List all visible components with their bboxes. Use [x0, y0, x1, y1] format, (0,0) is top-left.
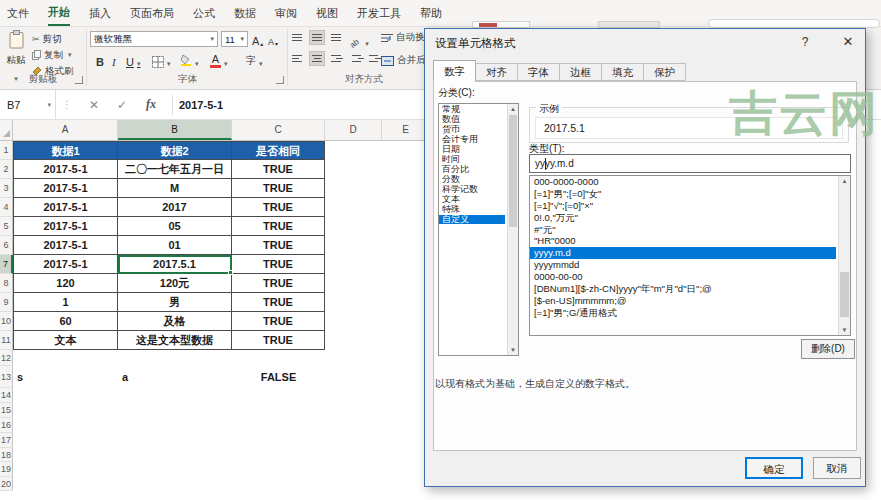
column-header-C[interactable]: C — [232, 120, 325, 140]
row-header-8[interactable]: 8 — [0, 274, 13, 293]
underline-button[interactable]: U▾ — [126, 51, 140, 68]
cut-button[interactable]: ✂ 剪切 — [32, 32, 62, 46]
cell-A10[interactable]: 60 — [13, 312, 118, 331]
column-header-A[interactable]: A — [13, 120, 118, 140]
row-header-12[interactable]: 12 — [0, 350, 13, 366]
dialog-tab-3[interactable]: 边框 — [560, 63, 602, 81]
row-header-9[interactable]: 9 — [0, 293, 13, 312]
dialog-tab-1[interactable]: 对齐 — [476, 63, 518, 81]
cell-A11[interactable]: 文本 — [13, 331, 118, 350]
font-dialog-launcher[interactable] — [276, 76, 284, 84]
cell-A13[interactable]: s — [13, 366, 118, 388]
ribbon-tab-1[interactable]: 开始 — [48, 0, 70, 26]
copy-button[interactable]: 复制 ▾ — [32, 48, 72, 62]
cell-B4[interactable]: 2017 — [118, 198, 232, 217]
type-item-1[interactable]: [=1]"男";[=0]"女" — [530, 188, 836, 200]
name-box-dropdown-icon[interactable]: ▾ — [47, 101, 51, 109]
row-header-16[interactable]: 16 — [0, 418, 13, 433]
cell-A3[interactable]: 2017-5-1 — [13, 179, 118, 198]
phonetic-guide-button[interactable]: 字 ▾ — [246, 51, 263, 68]
dialog-tab-5[interactable]: 保护 — [644, 63, 686, 81]
cell-A6[interactable]: 2017-5-1 — [13, 236, 118, 255]
scroll-down-icon[interactable]: ▼ — [508, 345, 518, 355]
dialog-tab-0[interactable]: 数字 — [433, 60, 476, 82]
align-right-icon[interactable] — [329, 51, 345, 66]
cell-B3[interactable]: M — [118, 179, 232, 198]
type-item-7[interactable]: yyyymmdd — [530, 259, 836, 271]
cancel-button[interactable]: 取消 — [813, 457, 861, 479]
scrollbar-thumb[interactable] — [840, 272, 849, 317]
font-name-combobox[interactable]: 微软雅黑 ▾ — [90, 31, 218, 47]
cell-B11[interactable]: 这是文本型数据 — [118, 331, 232, 350]
dialog-tab-2[interactable]: 字体 — [518, 63, 560, 81]
cell-A8[interactable]: 120 — [13, 274, 118, 293]
cell-B5[interactable]: 05 — [118, 217, 232, 236]
row-header-6[interactable]: 6 — [0, 236, 13, 255]
category-item-10[interactable]: 特殊 — [439, 205, 505, 215]
ribbon-tab-7[interactable]: 视图 — [316, 1, 338, 25]
category-item-1[interactable]: 数值 — [439, 115, 505, 125]
scroll-down-icon[interactable]: ▼ — [839, 325, 850, 335]
column-header-D[interactable]: D — [325, 120, 382, 140]
cell-A1[interactable]: 数据1 — [13, 141, 118, 160]
category-item-7[interactable]: 分数 — [439, 175, 505, 185]
category-list[interactable]: ▲ ▼ 常规数值货币会计专用日期时间百分比分数科学记数文本特殊自定义 — [438, 103, 519, 356]
type-item-4[interactable]: #"元" — [530, 224, 836, 236]
type-item-5[interactable]: "HR"0000 — [530, 235, 836, 247]
decrease-indent-icon[interactable] — [350, 51, 366, 66]
cell-C9[interactable]: TRUE — [232, 293, 325, 312]
row-header-3[interactable]: 3 — [0, 179, 13, 198]
cell-C5[interactable]: TRUE — [232, 217, 325, 236]
align-top-icon[interactable] — [290, 30, 306, 45]
fill-color-button[interactable]: ▾ — [180, 51, 199, 68]
row-header-18[interactable]: 18 — [0, 448, 13, 462]
cell-A9[interactable]: 1 — [13, 293, 118, 312]
grow-font-button[interactable]: A▴ — [252, 30, 263, 47]
type-list-scrollbar[interactable]: ▲ ▼ — [838, 176, 850, 335]
cell-C3[interactable]: TRUE — [232, 179, 325, 198]
row-header-1[interactable]: 1 — [0, 141, 13, 160]
row-header-15[interactable]: 15 — [0, 403, 13, 418]
cell-B7[interactable]: 2017.5.1 — [118, 255, 232, 274]
category-item-6[interactable]: 百分比 — [439, 165, 505, 175]
column-header-E[interactable]: E — [382, 120, 430, 140]
cell-B6[interactable]: 01 — [118, 236, 232, 255]
row-header-19[interactable]: 19 — [0, 462, 13, 477]
cell-B1[interactable]: 数据2 — [118, 141, 232, 160]
type-item-8[interactable]: 0000-00-00 — [530, 271, 836, 283]
row-header-4[interactable]: 4 — [0, 198, 13, 217]
cell-B10[interactable]: 及格 — [118, 312, 232, 331]
delete-button[interactable]: 删除(D) — [801, 339, 855, 359]
scroll-up-icon[interactable]: ▲ — [508, 104, 518, 114]
cancel-entry-icon[interactable]: ✕ — [80, 98, 108, 112]
paste-button[interactable]: 粘贴 ▾ — [3, 30, 29, 78]
category-item-0[interactable]: 常规 — [439, 105, 505, 115]
cell-B13[interactable]: a — [118, 366, 232, 388]
cell-C6[interactable]: TRUE — [232, 236, 325, 255]
category-item-3[interactable]: 会计专用 — [439, 135, 505, 145]
dialog-tab-4[interactable]: 填充 — [602, 63, 644, 81]
cell-C11[interactable]: TRUE — [232, 331, 325, 350]
shrink-font-button[interactable]: A▾ — [268, 30, 278, 47]
confirm-entry-icon[interactable]: ✓ — [108, 98, 136, 112]
row-header-2[interactable]: 2 — [0, 160, 13, 179]
font-color-button[interactable]: A ▾ — [210, 51, 228, 68]
cell-C1[interactable]: 是否相同 — [232, 141, 325, 160]
type-item-3[interactable]: 0!.0,"万元" — [530, 212, 836, 224]
ok-button[interactable]: 确定 — [745, 457, 803, 479]
category-item-8[interactable]: 科学记数 — [439, 185, 505, 195]
ribbon-tab-0[interactable]: 文件 — [7, 1, 29, 25]
name-box[interactable]: B7 ▾ — [0, 90, 56, 119]
category-item-11[interactable]: 自定义 — [439, 215, 505, 225]
row-header-17[interactable]: 17 — [0, 433, 13, 448]
cell-B8[interactable]: 120元 — [118, 274, 232, 293]
category-item-2[interactable]: 货币 — [439, 125, 505, 135]
ribbon-tab-6[interactable]: 审阅 — [275, 1, 297, 25]
category-item-5[interactable]: 时间 — [439, 155, 505, 165]
align-middle-icon[interactable] — [309, 30, 325, 45]
type-item-11[interactable]: [=1]"男";G/通用格式 — [530, 307, 836, 319]
type-input[interactable]: yyyy.m.d — [529, 154, 851, 173]
italic-button[interactable]: I — [112, 51, 116, 68]
category-item-4[interactable]: 日期 — [439, 145, 505, 155]
ribbon-tab-9[interactable]: 帮助 — [420, 1, 442, 25]
